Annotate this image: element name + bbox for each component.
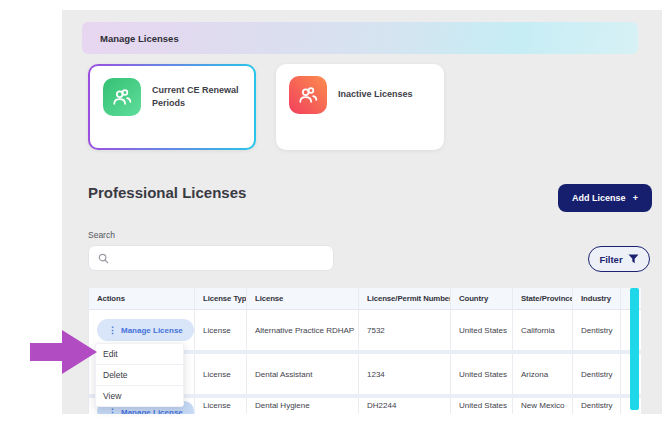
kebab-icon: ⋮: [108, 325, 117, 335]
column-header-license: License: [247, 288, 359, 309]
table-scrollbar[interactable]: [630, 288, 639, 410]
manage-license-button[interactable]: ⋮ Manage License: [97, 319, 194, 341]
card-title: Inactive Licenses: [338, 88, 413, 101]
filter-label: Filter: [599, 254, 622, 265]
license-type-cell: License: [195, 398, 247, 414]
annotation-arrow: [28, 326, 98, 378]
menu-item-view[interactable]: View: [96, 386, 183, 407]
search-input[interactable]: [115, 253, 315, 263]
manage-license-label: Manage License: [121, 326, 183, 335]
permit-number-cell: 1234: [359, 354, 451, 394]
permit-number-cell: DH2244: [359, 398, 451, 414]
state-cell: New Mexico: [513, 398, 573, 414]
users-icon: [289, 76, 327, 114]
license-type-cell: License: [195, 310, 247, 350]
column-header-country: Country: [451, 288, 513, 309]
table-header-row: Actions License Type License License/Per…: [89, 288, 641, 310]
search-input-wrapper[interactable]: [88, 245, 334, 271]
kebab-icon: ⋮: [108, 407, 117, 414]
license-cell: Alternative Practice RDHAP: [247, 310, 359, 350]
menu-item-delete[interactable]: Delete: [96, 365, 183, 386]
users-icon: [103, 78, 141, 116]
screenshot-canvas: Manage Licenses Current CE Renewal Perio…: [0, 0, 670, 424]
search-icon: [98, 253, 109, 264]
state-cell: California: [513, 310, 573, 350]
column-header-industry: Industry: [573, 288, 621, 309]
manage-license-menu: Edit Delete View: [95, 343, 184, 407]
card-inner: Inactive Licenses: [289, 76, 432, 114]
permit-number-cell: 7532: [359, 310, 451, 350]
state-cell: Arizona: [513, 354, 573, 394]
license-type-cell: License: [195, 354, 247, 394]
column-header-license-type: License Type: [195, 288, 247, 309]
card-inactive-licenses[interactable]: Inactive Licenses: [276, 64, 444, 150]
column-header-permit-number: License/Permit Number: [359, 288, 451, 309]
cards-row: Current CE Renewal Periods Inactive Lice…: [88, 64, 444, 150]
industry-cell: Dentistry: [573, 310, 621, 350]
column-header-actions: Actions: [89, 288, 195, 309]
plus-icon: +: [633, 193, 638, 203]
column-header-state-province: State/Province: [513, 288, 573, 309]
search-label: Search: [88, 230, 115, 240]
page-title: Professional Licenses: [88, 184, 246, 201]
industry-cell: Dentistry: [573, 354, 621, 394]
license-cell: Dental Hygiene: [247, 398, 359, 414]
card-current-ce-renewal-periods[interactable]: Current CE Renewal Periods: [88, 64, 256, 150]
manage-licenses-banner: Manage Licenses: [82, 22, 638, 54]
card-inner: Current CE Renewal Periods: [103, 78, 242, 116]
add-license-label: Add License: [572, 193, 626, 203]
banner-title: Manage Licenses: [100, 33, 179, 44]
card-title: Current CE Renewal Periods: [152, 84, 242, 110]
country-cell: United States: [451, 310, 513, 350]
filter-button[interactable]: Filter: [588, 246, 650, 272]
manage-license-label: Manage License: [121, 408, 183, 415]
menu-item-edit[interactable]: Edit: [96, 344, 183, 365]
industry-cell: Dentistry: [573, 398, 621, 414]
filter-funnel-icon: [628, 254, 639, 264]
country-cell: United States: [451, 398, 513, 414]
country-cell: United States: [451, 354, 513, 394]
license-cell: Dental Assistant: [247, 354, 359, 394]
add-license-button[interactable]: Add License +: [558, 184, 652, 212]
